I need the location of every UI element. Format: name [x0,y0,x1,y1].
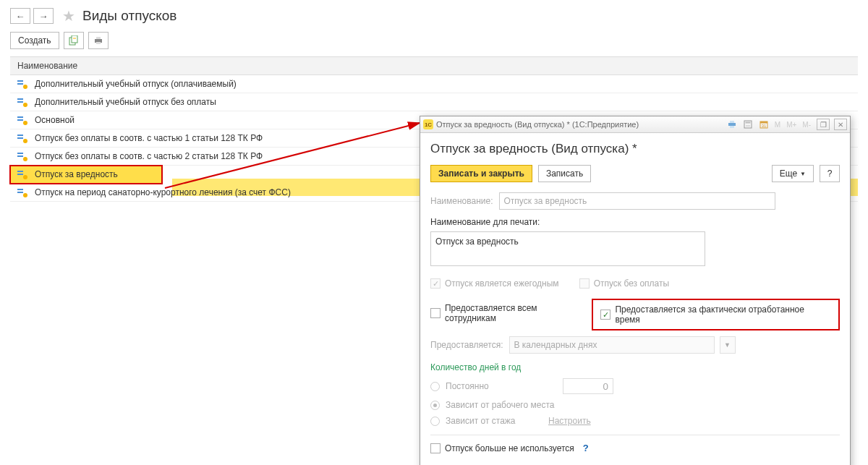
seniority-radio [430,417,440,426]
row-label: Отпуск без оплаты в соотв. с частью 2 ст… [35,151,263,161]
row-icon [17,153,27,160]
more-button[interactable]: Еще ▼ [772,165,814,182]
annual-label: Отпуск является ежегодным [445,278,559,289]
worked-time-checkbox[interactable]: ✓ [600,310,610,320]
workplace-radio [430,401,440,410]
table-row[interactable]: Дополнительный учебный отпуск без оплаты [10,93,858,111]
row-icon [17,189,27,196]
create-button[interactable]: Создать [10,32,59,49]
table-header-name[interactable]: Наименование [10,56,858,75]
all-employees-label: Предоставляется всем сотрудникам [445,303,590,323]
granted-label: Предоставляется: [430,340,503,350]
svg-rect-8 [730,121,734,123]
row-label: Дополнительный учебный отпуск (оплачивае… [35,79,237,89]
app-logo-icon: 1C [423,119,433,129]
not-used-checkbox[interactable] [430,443,441,453]
titlebar-calendar-icon[interactable]: 31 [757,118,770,131]
titlebar-mminus-icon[interactable]: M- [801,121,812,129]
print-button[interactable] [88,32,109,49]
nav-forward-button[interactable]: → [33,8,54,24]
dialog-title-text: Отпуск за вредность (Вид отпуска) * (1С:… [436,120,639,129]
unpaid-checkbox [579,278,590,289]
svg-rect-5 [96,42,101,44]
help-button[interactable]: ? [820,165,840,182]
svg-rect-4 [96,37,101,39]
favorite-icon[interactable]: ★ [62,7,75,25]
svg-rect-9 [730,126,734,128]
days-per-year-label: Количество дней в год [430,362,840,372]
print-name-label: Наименование для печати: [430,217,540,227]
save-button[interactable]: Записать [538,165,591,182]
constant-radio [430,382,440,391]
svg-text:31: 31 [761,124,766,128]
configure-link: Настроить [548,416,591,426]
copy-button[interactable] [64,32,84,49]
constant-value-input [563,378,613,394]
print-icon [93,35,103,46]
row-icon [17,98,27,106]
worked-time-label: Предоставляется за фактически отработанн… [615,304,831,325]
more-button-label: Еще [780,168,797,179]
row-label: Отпуск за вредность [35,169,118,179]
svg-point-13 [747,125,749,127]
annual-checkbox: ✓ [430,278,441,289]
titlebar-close-icon[interactable]: ✕ [834,119,847,130]
highlight-box: ✓ Предоставляется за фактически отработа… [592,299,840,330]
row-label: Основной [35,115,75,125]
chevron-down-icon: ▼ [800,171,806,177]
titlebar-print-icon[interactable] [726,118,739,131]
constant-label: Постоянно [446,381,557,391]
svg-rect-11 [745,122,750,124]
seniority-label: Зависит от стажа [446,416,542,426]
help-icon[interactable]: ? [583,443,589,453]
print-name-input[interactable] [430,231,705,266]
vacation-type-dialog: 1C Отпуск за вредность (Вид отпуска) * (… [420,116,851,465]
titlebar-mplus-icon[interactable]: M+ [785,121,798,129]
page-title: Виды отпусков [82,8,176,24]
row-icon [17,80,27,88]
dialog-heading: Отпуск за вредность (Вид отпуска) * [430,142,840,156]
workplace-label: Зависит от рабочего места [446,400,554,410]
titlebar-restore-icon[interactable]: ❐ [817,119,830,130]
nav-back-button[interactable]: ← [10,8,30,24]
granted-value: В календарных днях [514,340,597,350]
row-icon [17,135,27,142]
table-row[interactable]: Дополнительный учебный отпуск (оплачивае… [10,75,858,93]
dialog-titlebar[interactable]: 1C Отпуск за вредность (Вид отпуска) * (… [420,116,850,133]
titlebar-calc-icon[interactable] [741,118,754,131]
row-icon [17,171,27,178]
chevron-down-icon: ▼ [720,336,736,354]
row-label: Отпуск без оплаты в соотв. с частью 1 ст… [35,133,263,143]
granted-select: В календарных днях [509,336,715,354]
row-label: Отпуск на период санаторно-курортного ле… [35,187,291,197]
svg-rect-1 [72,35,77,43]
svg-rect-7 [728,123,736,126]
table-row-selected[interactable]: Отпуск за вредность [10,166,162,184]
save-close-button[interactable]: Записать и закрыть [430,165,532,182]
row-icon [17,116,27,124]
svg-point-14 [749,125,750,127]
row-label: Дополнительный учебный отпуск без оплаты [35,97,216,107]
svg-point-12 [746,125,747,127]
all-employees-checkbox[interactable] [430,308,441,318]
copy-icon [69,35,79,46]
name-input[interactable] [499,192,775,210]
name-label: Наименование: [430,196,493,206]
unpaid-label: Отпуск без оплаты [594,278,669,289]
not-used-label: Отпуск больше не используется [445,443,574,453]
titlebar-m-icon[interactable]: M [773,121,782,129]
